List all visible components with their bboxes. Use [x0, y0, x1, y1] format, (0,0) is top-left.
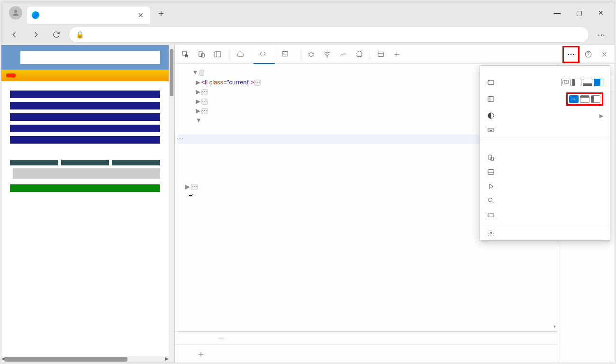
window-minimize-button[interactable]: ―	[546, 3, 568, 22]
svg-rect-4	[215, 52, 221, 57]
quicklinks-heading	[480, 141, 610, 151]
donation-form	[1, 153, 169, 209]
svg-rect-25	[488, 170, 494, 175]
new-tab-button[interactable]: ＋	[153, 5, 169, 21]
dock-icon	[487, 78, 495, 87]
customize-heading	[480, 66, 610, 75]
reload-button[interactable]	[48, 26, 65, 43]
nav-adopt[interactable]	[19, 73, 29, 77]
svg-point-28	[490, 232, 492, 234]
edge-favicon-icon	[32, 11, 39, 19]
run-command-row[interactable]	[480, 179, 610, 193]
devtools-toolbar: ⋯	[175, 45, 615, 64]
category-dogs[interactable]	[10, 102, 160, 109]
toggle-quickview-row[interactable]	[480, 165, 610, 179]
svg-point-0	[14, 10, 17, 13]
device-emulation-row[interactable]	[480, 151, 610, 165]
svg-point-18	[572, 99, 572, 99]
settings-row[interactable]	[480, 226, 610, 240]
donate-button[interactable]	[10, 184, 160, 192]
tab-welcome[interactable]	[231, 45, 253, 64]
address-bar[interactable]: 🔒	[69, 27, 589, 43]
nav-jobs[interactable]	[46, 73, 55, 77]
other-amount-input[interactable]	[13, 168, 160, 179]
vertical-scrollbar[interactable]	[169, 45, 174, 363]
category-alpacas[interactable]	[10, 136, 160, 144]
svg-point-20	[574, 99, 575, 99]
gear-icon	[487, 229, 495, 237]
category-horses[interactable]	[10, 125, 160, 132]
svg-rect-6	[282, 52, 288, 56]
forward-button[interactable]	[27, 26, 44, 43]
customize-menu: ▶	[480, 65, 610, 241]
horizontal-scrollbar[interactable]: ◀▶	[1, 356, 169, 363]
search-input[interactable]	[20, 51, 160, 64]
dock-side-icon[interactable]	[210, 47, 225, 62]
window-maximize-button[interactable]: ▢	[568, 3, 590, 22]
themes-icon	[487, 111, 495, 120]
activity-bar-row[interactable]	[480, 90, 610, 109]
search-row[interactable]	[480, 193, 610, 208]
page-viewport: ◀▶	[1, 45, 174, 363]
keyboard-icon	[487, 126, 495, 134]
nav-donate[interactable]	[33, 73, 42, 77]
svg-rect-9	[357, 52, 362, 57]
device-toggle-icon[interactable]	[194, 47, 209, 62]
category-sheep[interactable]	[10, 113, 160, 121]
nav-about[interactable]	[59, 73, 69, 77]
dock-right-option[interactable]	[594, 79, 603, 86]
dock-location-row[interactable]	[480, 75, 610, 90]
memory-icon[interactable]	[352, 47, 367, 62]
dock-bottom-option[interactable]	[583, 79, 592, 86]
help-icon[interactable]	[580, 47, 596, 62]
play-icon	[487, 182, 495, 191]
profile-avatar[interactable]	[9, 6, 22, 19]
bug-icon[interactable]	[303, 47, 318, 62]
svg-point-19	[573, 99, 573, 99]
activity-top-option[interactable]	[580, 95, 589, 103]
add-tab-icon[interactable]	[389, 47, 404, 62]
close-devtools-icon[interactable]	[597, 47, 612, 62]
chevron-right-icon: ▶	[599, 113, 603, 119]
row-actions-icon[interactable]: ⋯	[177, 134, 183, 144]
network-conditions-icon[interactable]	[319, 47, 335, 62]
svg-point-27	[489, 198, 492, 202]
svg-point-7	[309, 53, 313, 57]
dock-undock-option[interactable]	[561, 79, 571, 86]
more-tabs-icon[interactable]	[373, 47, 388, 62]
category-cats[interactable]	[10, 91, 160, 98]
themes-row[interactable]: ▶	[480, 109, 610, 123]
activity-left-option[interactable]	[591, 95, 600, 103]
dock-left-option[interactable]	[572, 79, 581, 86]
drawer-add-icon[interactable]: ＋	[197, 348, 205, 360]
crumb-a[interactable]	[218, 337, 224, 339]
browser-menu-button[interactable]: ⋯	[593, 26, 610, 43]
performance-icon[interactable]	[335, 47, 351, 62]
tab-close-icon[interactable]: ✕	[136, 11, 145, 19]
inspect-element-icon[interactable]	[178, 47, 193, 62]
activity-bar-options-highlight	[566, 92, 603, 106]
category-list	[1, 81, 169, 153]
svg-point-8	[326, 56, 327, 57]
devtools-drawer: ＋	[175, 345, 558, 363]
breadcrumb[interactable]	[175, 331, 558, 345]
site-header	[1, 45, 169, 70]
activity-default-option[interactable]	[569, 95, 579, 103]
svg-rect-16	[488, 97, 494, 102]
search-icon	[487, 196, 495, 205]
nav-home[interactable]	[6, 73, 16, 77]
window-close-button[interactable]: ✕	[590, 3, 612, 22]
devtools-more-button[interactable]: ⋯	[562, 46, 580, 63]
shortcuts-row[interactable]	[480, 123, 610, 137]
lock-icon: 🔒	[76, 31, 84, 38]
amount-200-button[interactable]	[112, 160, 160, 165]
tab-elements[interactable]	[254, 45, 275, 64]
browser-tab[interactable]: ✕	[27, 7, 150, 24]
open-file-row[interactable]	[480, 208, 610, 222]
browser-titlebar: ✕ ＋ ― ▢ ✕	[1, 1, 615, 24]
tab-console[interactable]	[276, 45, 297, 64]
amount-100-button[interactable]	[61, 160, 109, 165]
browser-toolbar: 🔒 ⋯	[1, 24, 615, 45]
amount-50-button[interactable]	[10, 160, 58, 165]
back-button[interactable]	[6, 26, 23, 43]
